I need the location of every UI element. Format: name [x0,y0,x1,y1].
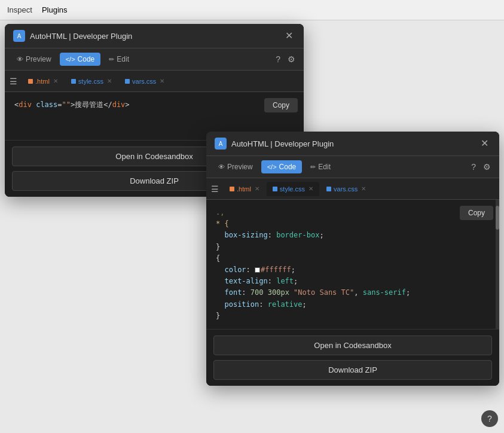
code-line-10-front: } [216,310,490,322]
code-line-2-front: * { [216,218,490,230]
code-line-4-front: } [216,242,490,253]
pencil-icon-front: ✏ [310,163,316,171]
file-tab-close-css-back[interactable]: ✕ [107,78,112,84]
title-bar-left: A AutoHTML | Developer Plugin [13,30,132,42]
copy-button-front[interactable]: Copy [460,206,493,220]
file-tab-close-vars-front[interactable]: ✕ [361,185,366,192]
title-bar-left-front: A AutoHTML | Developer Plugin [215,138,334,150]
copy-button-back[interactable]: Copy [264,98,298,112]
eye-icon-front: 👁 [218,163,225,170]
plugin-window-front: A AutoHTML | Developer Plugin ✕ 👁 Previe… [206,132,499,386]
file-tab-css-back[interactable]: style.css ✕ [65,74,118,89]
mode-tabs-front: 👁 Preview </> Code ✏ Edit ? ⚙ [206,156,499,178]
code-line-1-front: ., [216,207,490,218]
top-navigation: Inspect Plugins [0,0,504,20]
tab-edit-front[interactable]: ✏ Edit [304,160,337,173]
settings-icon-back[interactable]: ⚙ [285,52,298,66]
plugin-icon-back: A [13,30,25,42]
close-button-front[interactable]: ✕ [478,138,491,150]
vars-dot-back [125,79,130,84]
code-line-5-front: { [216,253,490,264]
nav-plugins[interactable]: Plugins [42,5,68,14]
help-icon-front[interactable]: ? [469,160,478,174]
nav-inspect[interactable]: Inspect [7,5,32,14]
tab-preview-front[interactable]: 👁 Preview [212,160,259,173]
bottom-buttons-front: Open in Codesandbox Download ZIP [206,329,499,386]
file-tab-vars-back[interactable]: vars.css ✕ [119,74,170,89]
code-area-front: Copy ., * { box-sizing: border-box; } { … [206,200,499,329]
title-bar-front: A AutoHTML | Developer Plugin ✕ [206,132,499,156]
mode-tabs-back: 👁 Preview </> Code ✏ Edit ? ⚙ [5,48,304,71]
scroll-thumb-front[interactable] [496,206,499,230]
file-tab-css-front[interactable]: style.css ✕ [267,182,319,196]
window-title-back: AutoHTML | Developer Plugin [30,32,132,41]
tab-code-back[interactable]: </> Code [60,53,101,66]
html-dot-back [28,79,33,84]
close-button-back[interactable]: ✕ [283,30,295,42]
download-zip-front[interactable]: Download ZIP [213,360,492,380]
help-icon-back[interactable]: ? [273,52,283,66]
file-tabs-back: ☰ .html ✕ style.css ✕ vars.css ✕ [5,71,304,92]
file-tabs-front: ☰ .html ✕ style.css ✕ vars.css ✕ [206,178,499,200]
file-tab-close-html-front[interactable]: ✕ [255,185,259,192]
code-line-9-front: position: relative; [216,299,490,310]
tab-edit-back[interactable]: ✏ Edit [103,53,135,66]
tab-preview-back[interactable]: 👁 Preview [11,53,57,66]
settings-icon-front[interactable]: ⚙ [481,160,493,174]
color-swatch-front [255,267,260,273]
hamburger-icon-back[interactable]: ☰ [10,77,17,86]
code-line-8-front: font: 700 300px "Noto Sans TC", sans-ser… [216,287,490,298]
code-icon-back: </> [66,56,75,63]
open-codesandbox-front[interactable]: Open in Codesandbox [213,336,492,355]
help-bubble[interactable]: ? [481,410,498,427]
code-line-1-back: <div class="">搜尋管道</div> [14,99,294,111]
file-tab-close-css-front[interactable]: ✕ [308,185,313,192]
code-line-7-front: text-align: left; [216,276,490,287]
window-title-front: AutoHTML | Developer Plugin [231,139,334,148]
hamburger-icon-front[interactable]: ☰ [211,184,219,194]
file-tab-html-front[interactable]: .html ✕ [224,182,265,196]
html-dot-front [230,187,234,191]
title-bar-back: A AutoHTML | Developer Plugin ✕ [5,24,304,48]
file-tab-vars-front[interactable]: vars.css ✕ [320,182,372,196]
scrollbar-front[interactable] [496,200,499,329]
code-line-3-front: box-sizing: border-box; [216,230,490,241]
eye-icon-back: 👁 [17,56,23,63]
file-tab-close-html-back[interactable]: ✕ [53,78,58,84]
pencil-icon-back: ✏ [109,56,114,63]
file-tab-close-vars-back[interactable]: ✕ [160,78,164,84]
tab-code-front[interactable]: </> Code [261,160,303,173]
css-dot-front [273,187,277,191]
plugin-icon-front: A [215,138,227,150]
vars-dot-front [326,187,331,191]
code-icon-front: </> [267,163,277,170]
css-dot-back [71,79,76,84]
file-tab-html-back[interactable]: .html ✕ [22,74,64,89]
code-line-6-front: color: #ffffff; [216,264,490,276]
